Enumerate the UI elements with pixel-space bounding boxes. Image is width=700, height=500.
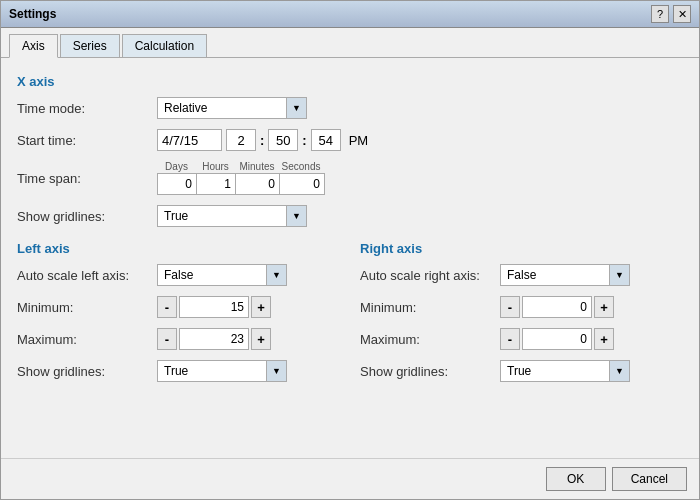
rightaxis-autoscale-label: Auto scale right axis:: [360, 268, 500, 283]
timemode-label: Time mode:: [17, 101, 157, 116]
leftaxis-gridlines-value: True: [158, 362, 266, 380]
leftaxis-min-decrement[interactable]: -: [157, 296, 177, 318]
hours-label: Hours: [196, 161, 235, 172]
rightaxis-min-label: Minimum:: [360, 300, 500, 315]
xaxis-gridlines-arrow[interactable]: ▼: [286, 206, 306, 226]
xaxis-gridlines-value: True: [158, 207, 286, 225]
starttime-ampm: PM: [349, 133, 369, 148]
starttime-label: Start time:: [17, 133, 157, 148]
starttime-inputs: : : PM: [157, 129, 368, 151]
timemode-value: Relative: [158, 99, 286, 117]
rightaxis-min-decrement[interactable]: -: [500, 296, 520, 318]
rightaxis-autoscale-arrow[interactable]: ▼: [609, 265, 629, 285]
rightaxis-gridlines-arrow[interactable]: ▼: [609, 361, 629, 381]
xaxis-gridlines-dropdown[interactable]: True ▼: [157, 205, 307, 227]
timemode-dropdown[interactable]: Relative ▼: [157, 97, 307, 119]
rightaxis-min-input[interactable]: [522, 296, 592, 318]
seconds-label: Seconds: [279, 161, 323, 172]
leftaxis-max-increment[interactable]: +: [251, 328, 271, 350]
right-axis-column: Right axis Auto scale right axis: False …: [360, 237, 683, 392]
leftaxis-gridlines-row: Show gridlines: True ▼: [17, 360, 340, 382]
tab-content: X axis Time mode: Relative ▼ Start time:…: [1, 58, 699, 458]
leftaxis-header: Left axis: [17, 241, 340, 256]
leftaxis-autoscale-row: Auto scale left axis: False ▼: [17, 264, 340, 286]
window-title: Settings: [9, 7, 56, 21]
leftaxis-gridlines-label: Show gridlines:: [17, 364, 157, 379]
rightaxis-gridlines-value: True: [501, 362, 609, 380]
ok-button[interactable]: OK: [546, 467, 606, 491]
tab-series[interactable]: Series: [60, 34, 120, 57]
timespan-seconds-input[interactable]: [280, 174, 324, 194]
rightaxis-gridlines-dropdown[interactable]: True ▼: [500, 360, 630, 382]
rightaxis-min-group: - +: [500, 296, 614, 318]
rightaxis-autoscale-row: Auto scale right axis: False ▼: [360, 264, 683, 286]
rightaxis-min-increment[interactable]: +: [594, 296, 614, 318]
tab-axis[interactable]: Axis: [9, 34, 58, 58]
rightaxis-autoscale-dropdown[interactable]: False ▼: [500, 264, 630, 286]
rightaxis-min-row: Minimum: - +: [360, 296, 683, 318]
xaxis-gridlines-row: Show gridlines: True ▼: [17, 205, 683, 227]
leftaxis-min-group: - +: [157, 296, 271, 318]
rightaxis-max-increment[interactable]: +: [594, 328, 614, 350]
timespan-labels: Days Hours Minutes Seconds: [157, 161, 325, 172]
leftaxis-max-decrement[interactable]: -: [157, 328, 177, 350]
timespan-inputs: [157, 173, 325, 195]
xaxis-gridlines-label: Show gridlines:: [17, 209, 157, 224]
minutes-label: Minutes: [235, 161, 279, 172]
time-sep-2: :: [302, 133, 306, 148]
leftaxis-autoscale-value: False: [158, 266, 266, 284]
leftaxis-gridlines-arrow[interactable]: ▼: [266, 361, 286, 381]
leftaxis-min-increment[interactable]: +: [251, 296, 271, 318]
leftaxis-autoscale-arrow[interactable]: ▼: [266, 265, 286, 285]
starttime-min-input[interactable]: [268, 129, 298, 151]
timespan-label: Time span:: [17, 171, 157, 186]
rightaxis-max-label: Maximum:: [360, 332, 500, 347]
timespan-minutes-input[interactable]: [236, 174, 280, 194]
leftaxis-max-label: Maximum:: [17, 332, 157, 347]
timespan-days-input[interactable]: [158, 174, 197, 194]
leftaxis-autoscale-label: Auto scale left axis:: [17, 268, 157, 283]
rightaxis-gridlines-label: Show gridlines:: [360, 364, 500, 379]
timespan-hours-input[interactable]: [197, 174, 236, 194]
leftaxis-min-row: Minimum: - +: [17, 296, 340, 318]
footer: OK Cancel: [1, 458, 699, 499]
days-label: Days: [157, 161, 196, 172]
tab-bar: Axis Series Calculation: [1, 28, 699, 58]
timespan-row: Time span: Days Hours Minutes Seconds: [17, 161, 683, 195]
starttime-hour-input[interactable]: [226, 129, 256, 151]
close-button[interactable]: ✕: [673, 5, 691, 23]
xaxis-header: X axis: [17, 74, 683, 89]
timemode-dropdown-arrow[interactable]: ▼: [286, 98, 306, 118]
leftaxis-autoscale-dropdown[interactable]: False ▼: [157, 264, 287, 286]
rightaxis-max-row: Maximum: - +: [360, 328, 683, 350]
starttime-sec-input[interactable]: [311, 129, 341, 151]
rightaxis-header: Right axis: [360, 241, 683, 256]
leftaxis-max-row: Maximum: - +: [17, 328, 340, 350]
axes-columns: Left axis Auto scale left axis: False ▼ …: [17, 237, 683, 392]
leftaxis-max-input[interactable]: [179, 328, 249, 350]
leftaxis-gridlines-dropdown[interactable]: True ▼: [157, 360, 287, 382]
settings-window: Settings ? ✕ Axis Series Calculation X a…: [0, 0, 700, 500]
title-bar-buttons: ? ✕: [651, 5, 691, 23]
timespan-group: Days Hours Minutes Seconds: [157, 161, 325, 195]
timemode-row: Time mode: Relative ▼: [17, 97, 683, 119]
rightaxis-max-group: - +: [500, 328, 614, 350]
rightaxis-autoscale-value: False: [501, 266, 609, 284]
rightaxis-max-decrement[interactable]: -: [500, 328, 520, 350]
rightaxis-max-input[interactable]: [522, 328, 592, 350]
leftaxis-min-input[interactable]: [179, 296, 249, 318]
starttime-row: Start time: : : PM: [17, 129, 683, 151]
left-axis-column: Left axis Auto scale left axis: False ▼ …: [17, 237, 340, 392]
tab-calculation[interactable]: Calculation: [122, 34, 207, 57]
cancel-button[interactable]: Cancel: [612, 467, 687, 491]
leftaxis-min-label: Minimum:: [17, 300, 157, 315]
help-button[interactable]: ?: [651, 5, 669, 23]
rightaxis-gridlines-row: Show gridlines: True ▼: [360, 360, 683, 382]
starttime-date-input[interactable]: [157, 129, 222, 151]
leftaxis-max-group: - +: [157, 328, 271, 350]
time-sep-1: :: [260, 133, 264, 148]
title-bar: Settings ? ✕: [1, 1, 699, 28]
